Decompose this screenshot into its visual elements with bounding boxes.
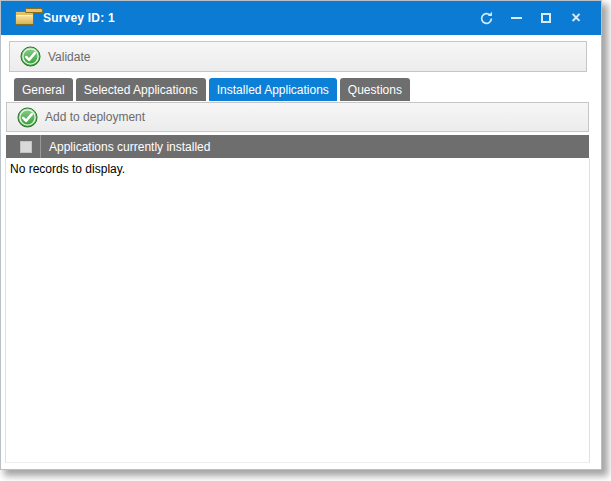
close-button[interactable]: × (561, 5, 591, 31)
tab-questions[interactable]: Questions (340, 78, 410, 101)
empty-records-message: No records to display. (6, 158, 589, 180)
maximize-button[interactable] (531, 5, 561, 31)
survey-dialog-window: Survey ID: 1 × (0, 0, 602, 470)
tab-general[interactable]: General (14, 78, 73, 101)
tab-installed-applications[interactable]: Installed Applications (209, 78, 337, 101)
tabstrip: General Selected Applications Installed … (14, 77, 593, 101)
minimize-button[interactable] (501, 5, 531, 31)
add-to-deployment-toolbar: Add to deployment (6, 102, 589, 132)
refresh-button[interactable] (471, 5, 501, 31)
refresh-icon (479, 11, 494, 26)
titlebar: Survey ID: 1 × (1, 1, 601, 35)
add-to-deployment-check-icon[interactable] (17, 107, 38, 128)
close-icon: × (571, 10, 580, 26)
maximize-icon (541, 13, 551, 23)
header-column-divider (40, 135, 41, 158)
window-title: Survey ID: 1 (43, 11, 115, 25)
column-header-applications: Applications currently installed (49, 140, 210, 154)
validate-button[interactable]: Validate (48, 50, 90, 64)
minimize-icon (511, 17, 522, 19)
validate-check-icon[interactable] (20, 46, 41, 67)
select-all-checkbox[interactable] (20, 141, 32, 153)
tab-selected-applications[interactable]: Selected Applications (76, 78, 206, 101)
grid-body: No records to display. (5, 158, 590, 463)
add-to-deployment-button[interactable]: Add to deployment (45, 110, 145, 124)
validate-toolbar: Validate (9, 41, 587, 72)
grid-header-row: Applications currently installed (6, 135, 589, 158)
folder-icon (15, 11, 34, 25)
